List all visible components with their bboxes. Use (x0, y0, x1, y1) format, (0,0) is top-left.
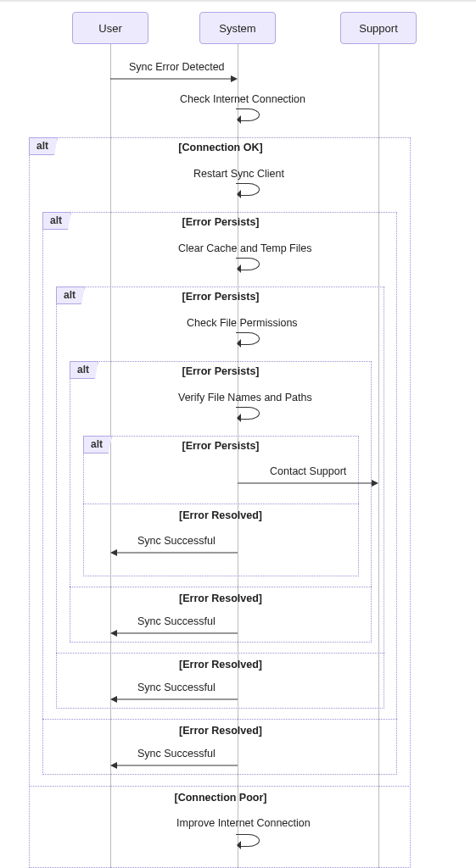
loop-verify-paths (238, 407, 260, 420)
msg-success-5: Sync Successful (137, 535, 216, 547)
alt-label-4: alt (70, 361, 98, 379)
viewport-top-border (0, 0, 476, 2)
alt-divider-3 (56, 653, 384, 654)
guard-persists-5: [Error Persists] (182, 440, 259, 452)
alt-label-3: alt (56, 287, 85, 304)
participant-system: System (199, 12, 276, 44)
svg-marker-9 (110, 696, 117, 703)
guard-resolved-3: [Error Resolved] (179, 659, 262, 670)
guard-conn-ok: [Connection OK] (178, 142, 262, 153)
msg-verify-paths: Verify File Names and Paths (178, 392, 312, 403)
alt-label-5: alt (83, 436, 112, 453)
loop-clear-cache (238, 258, 260, 270)
svg-marker-11 (110, 762, 117, 769)
msg-clear-cache: Clear Cache and Temp Files (178, 242, 311, 254)
msg-restart: Restart Sync Client (193, 168, 284, 180)
svg-marker-5 (110, 549, 117, 556)
loop-improve-internet (238, 834, 260, 847)
svg-marker-3 (372, 480, 378, 487)
msg-success-2: Sync Successful (137, 748, 216, 760)
guard-conn-poor: [Connection Poor] (174, 792, 266, 804)
alt-label-2: alt (42, 212, 71, 230)
loop-restart (238, 183, 260, 196)
loop-check-internet (238, 108, 260, 121)
msg-permissions: Check File Permissions (187, 317, 298, 329)
participant-support: Support (340, 12, 417, 44)
participant-user: User (72, 12, 148, 44)
msg-success-3: Sync Successful (137, 682, 216, 693)
alt-divider-4 (70, 587, 372, 587)
guard-persists-4: [Error Persists] (182, 365, 259, 377)
arrow-contact-support (238, 479, 378, 489)
alt-label-1: alt (29, 137, 58, 155)
svg-marker-1 (231, 75, 238, 82)
arrow-success-2 (110, 761, 238, 771)
msg-check-internet: Check Internet Connection (180, 93, 305, 105)
alt-divider-2 (42, 719, 397, 720)
svg-marker-7 (110, 630, 117, 637)
msg-success-4: Sync Successful (137, 615, 216, 627)
arrow-sync-error (110, 75, 238, 85)
loop-permissions (238, 332, 260, 345)
guard-resolved-4: [Error Resolved] (179, 593, 262, 604)
msg-contact-support: Contact Support (270, 465, 346, 477)
msg-improve-internet: Improve Internet Connection (176, 817, 311, 829)
guard-persists-2: [Error Persists] (182, 216, 259, 228)
alt-divider-1 (29, 786, 411, 787)
arrow-success-5 (110, 548, 238, 559)
alt-divider-5 (83, 504, 359, 504)
guard-resolved-5: [Error Resolved] (179, 509, 262, 521)
msg-sync-error: Sync Error Detected (129, 61, 225, 73)
guard-resolved-2: [Error Resolved] (179, 725, 262, 737)
arrow-success-4 (110, 629, 238, 639)
arrow-success-3 (110, 695, 238, 705)
guard-persists-3: [Error Persists] (182, 291, 259, 303)
